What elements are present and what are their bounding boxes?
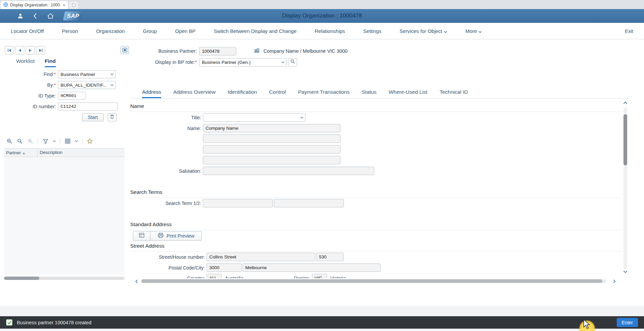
table-settings-icon[interactable]: [64, 137, 72, 145]
locator-panel: Worklist Find Find:* Business Partner By…: [0, 39, 130, 306]
zoom-icon[interactable]: [5, 137, 13, 145]
table-settings-chevron-icon[interactable]: [74, 137, 79, 145]
postal-code-label: Postal Code/City:: [130, 265, 207, 271]
menu-item-person[interactable]: Person: [62, 28, 78, 34]
name-row-2: [130, 134, 341, 143]
chevron-down-icon: [109, 81, 115, 89]
tab-where-used-list[interactable]: Where-Used List: [389, 89, 427, 98]
scroll-down-icon[interactable]: [622, 270, 628, 276]
find-select[interactable]: Business Partner: [58, 70, 116, 78]
tab-close-icon[interactable]: ×: [63, 3, 65, 7]
filter-icon[interactable]: [41, 137, 49, 145]
trash-icon: [110, 114, 114, 120]
scrollbar-thumb[interactable]: [623, 114, 627, 165]
tab-payment-transactions[interactable]: Payment Transactions: [298, 89, 350, 98]
id-type-row: ID Type:: [0, 92, 85, 100]
id-number-input[interactable]: [58, 102, 118, 111]
section-heading-name: Name: [130, 103, 621, 112]
last-record-icon[interactable]: [36, 46, 45, 54]
search-term-2-input[interactable]: [274, 199, 344, 207]
filter-options-chevron-icon[interactable]: [52, 137, 57, 145]
country-input[interactable]: [207, 274, 222, 278]
business-partner-input[interactable]: [199, 47, 236, 55]
tab-address[interactable]: Address: [142, 89, 161, 98]
id-type-input[interactable]: [58, 92, 85, 100]
bp-role-label-text: Display in BP role:: [155, 59, 195, 65]
house-number-input[interactable]: [316, 253, 344, 261]
menu-item-locator-on-off[interactable]: Locator On/Off: [11, 28, 44, 34]
menu-item-switch-display-change[interactable]: Switch Between Display and Change: [214, 28, 296, 34]
favorites-star-icon[interactable]: [86, 137, 94, 145]
browser-tab[interactable]: Display Organization : 1000... ×: [1, 1, 68, 9]
chevron-down-icon: [280, 58, 286, 66]
by-select-value: BUPA_ALL_IDENTIF...: [61, 83, 109, 88]
tab-find[interactable]: Find: [45, 58, 56, 67]
tab-address-overview[interactable]: Address Overview: [173, 89, 216, 98]
menu-item-services-for-object[interactable]: Services for Object: [400, 28, 448, 34]
bp-role-select[interactable]: Business Partner (Gen.): [199, 58, 287, 67]
salutation-input[interactable]: [203, 167, 374, 175]
previous-record-icon[interactable]: [15, 46, 24, 54]
main-horizontal-scrollbar[interactable]: [130, 279, 628, 284]
find-label-text: Find:: [43, 72, 54, 77]
collapse-locator-icon[interactable]: [120, 46, 129, 54]
scroll-left-icon[interactable]: [135, 279, 139, 285]
clear-list-button[interactable]: [108, 113, 117, 121]
enter-button[interactable]: Enter: [617, 318, 638, 327]
scrollbar-thumb[interactable]: [4, 277, 39, 280]
page-icon: [72, 2, 75, 8]
role-value-help-button[interactable]: [288, 58, 297, 67]
toolbar-divider: [82, 138, 82, 144]
tab-identification[interactable]: Identification: [228, 89, 257, 98]
result-list-toolbar: [4, 136, 124, 147]
name-input-1[interactable]: [203, 124, 341, 132]
salutation-row: Salutation:: [130, 167, 374, 175]
menu-item-more[interactable]: More: [465, 28, 482, 34]
tab-control[interactable]: Control: [269, 89, 286, 98]
name-input-2[interactable]: [203, 134, 341, 143]
menu-item-relationships[interactable]: Relationships: [315, 28, 345, 34]
next-record-icon[interactable]: [26, 46, 35, 54]
title-select[interactable]: [203, 113, 306, 122]
menu-item-exit[interactable]: Exit: [625, 28, 633, 34]
street-input[interactable]: [207, 253, 315, 261]
column-header-partner[interactable]: Partner: [4, 149, 38, 157]
print-preview-button[interactable]: Print Preview: [150, 231, 202, 241]
search-term-1-input[interactable]: [203, 199, 273, 207]
browser-tab-secondary[interactable]: [69, 1, 78, 9]
overview-icon: [139, 233, 144, 239]
scrollbar-thumb[interactable]: [141, 279, 602, 283]
status-message: Business partner 1000478 created: [17, 320, 92, 325]
tab-worklist[interactable]: Worklist: [16, 58, 35, 67]
title-row: Title:: [130, 113, 306, 122]
name-input-3[interactable]: [203, 145, 341, 154]
search-icon[interactable]: [16, 137, 24, 145]
menu-item-open-bp[interactable]: Open BP: [175, 28, 195, 34]
address-overview-button[interactable]: [133, 231, 150, 241]
menu-item-settings[interactable]: Settings: [363, 28, 381, 34]
start-button[interactable]: Start: [82, 113, 104, 121]
column-header-description[interactable]: Description: [38, 149, 124, 157]
postal-row: Postal Code/City:: [130, 263, 381, 272]
tab-technical-id[interactable]: Technical ID: [439, 89, 468, 98]
region-input[interactable]: [312, 274, 327, 278]
first-record-icon[interactable]: [5, 46, 14, 54]
result-table-header: Partner Description: [4, 148, 124, 157]
menu-item-organization[interactable]: Organization: [96, 28, 125, 34]
menu-item-group[interactable]: Group: [143, 28, 157, 34]
region-name-text: Victoria: [330, 276, 346, 279]
main-vertical-scrollbar[interactable]: [622, 101, 628, 276]
scroll-right-icon[interactable]: [612, 279, 616, 285]
locator-tabs: Worklist Find: [16, 58, 56, 67]
postal-code-input[interactable]: [207, 263, 242, 272]
subsection-heading-street-address: Street Address: [130, 243, 621, 252]
tab-status[interactable]: Status: [362, 89, 377, 98]
bp-role-value: Business Partner (Gen.): [202, 60, 280, 65]
city-input[interactable]: [243, 263, 381, 272]
locator-horizontal-scrollbar[interactable]: [4, 277, 124, 280]
name-input-4[interactable]: [203, 156, 341, 164]
by-select[interactable]: BUPA_ALL_IDENTIF...: [58, 81, 116, 89]
country-row: Country: Australia Region: Victoria: [130, 274, 568, 278]
search-term-label: Search Term 1/2:: [130, 201, 203, 206]
scroll-up-icon[interactable]: [622, 101, 628, 107]
